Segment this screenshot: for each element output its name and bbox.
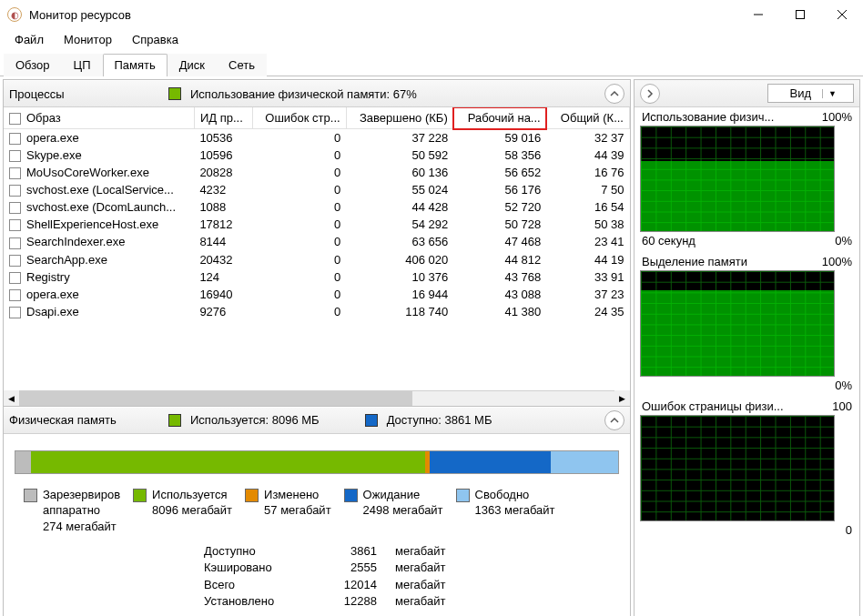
legend-item: Ожидание2498 мегабайт (344, 487, 443, 535)
col-faults[interactable]: Ошибок стр... (253, 107, 346, 129)
process-table: Образ ИД пр... Ошибок стр... Завершено (… (4, 107, 630, 320)
row-checkbox[interactable] (9, 150, 21, 162)
col-workingset[interactable]: Рабочий на... (453, 107, 546, 129)
col-image[interactable]: Образ (4, 107, 194, 129)
row-checkbox[interactable] (9, 219, 21, 231)
minimize-button[interactable] (737, 1, 779, 28)
table-row[interactable]: opera.exe10536037 22859 01632 37 (4, 129, 630, 147)
chart-block: Использование физич...100%60 секунд0% (635, 107, 859, 252)
physmem-header: Физическая память Используется: 8096 МБ … (4, 407, 630, 434)
stat-row: Всего12014мегабайт (204, 577, 630, 593)
table-row[interactable]: Registry124010 37643 76833 91 (4, 268, 630, 286)
menu-file[interactable]: Файл (5, 31, 53, 48)
col-commit[interactable]: Завершено (КБ) (346, 107, 453, 129)
row-checkbox[interactable] (9, 307, 21, 318)
usage-label: Использование физической памяти: 67% (190, 87, 595, 101)
table-row[interactable]: svchost.exe (LocalService...4232055 0245… (4, 181, 630, 198)
chart-scale-top: 100% (822, 110, 852, 124)
avail-label: Доступно: 3861 МБ (387, 413, 595, 427)
tab-memory[interactable]: Память (103, 54, 168, 76)
view-label: Вид (790, 86, 812, 100)
titlebar: ◐ Монитор ресурсов (0, 0, 863, 29)
scroll-left-button[interactable]: ◀ (4, 390, 19, 406)
row-checkbox[interactable] (9, 185, 21, 197)
chart-title: Ошибок страницы физи... (642, 399, 784, 413)
row-checkbox[interactable] (9, 289, 21, 301)
processes-title: Процессы (9, 87, 159, 101)
memory-stats: Доступно3861мегабайтКэшировано2555мегаба… (204, 543, 630, 610)
row-checkbox[interactable] (9, 272, 21, 284)
col-shared[interactable]: Общий (К... (546, 107, 629, 129)
right-topbar: Вид ▼ (635, 80, 859, 107)
scroll-thumb[interactable] (19, 391, 412, 406)
chart-scale-top: 100 (832, 399, 852, 413)
table-row[interactable]: opera.exe16940016 94443 08837 23 (4, 286, 630, 303)
tab-network[interactable]: Сеть (217, 54, 267, 76)
tab-overview[interactable]: Обзор (4, 54, 62, 76)
table-row[interactable]: svchost.exe (DcomLaunch...1088044 42852 … (4, 198, 630, 216)
table-row[interactable]: SearchIndexer.exe8144063 65647 46823 41 (4, 233, 630, 250)
legend-swatch (344, 489, 358, 502)
legend-swatch (24, 489, 37, 502)
row-checkbox[interactable] (9, 255, 21, 267)
tabstrip: Обзор ЦП Память Диск Сеть (0, 49, 863, 76)
table-row[interactable]: Dsapi.exe92760118 74041 38024 35 (4, 303, 630, 320)
chart-canvas (640, 126, 835, 232)
chevron-down-icon: ▼ (822, 89, 837, 98)
memory-segment (31, 451, 426, 473)
legend-item: Свободно1363 мегабайт (456, 487, 555, 535)
memory-segment (430, 451, 550, 473)
row-checkbox[interactable] (9, 133, 21, 145)
app-icon: ◐ (7, 7, 22, 22)
chart-scale-bottom: 0% (835, 234, 852, 247)
table-row[interactable]: Skype.exe10596050 59258 35644 39 (4, 146, 630, 164)
collapse-processes-button[interactable] (604, 84, 624, 104)
horizontal-scrollbar[interactable]: ◀ ▶ (4, 390, 630, 406)
table-row[interactable]: MoUsoCoreWorker.exe20828060 13656 65216 … (4, 164, 630, 181)
physmem-title: Физическая память (9, 413, 159, 427)
view-dropdown[interactable]: Вид ▼ (767, 84, 854, 103)
legend-item: Зарезервироваппаратно274 мегабайт (24, 487, 120, 535)
tab-cpu[interactable]: ЦП (62, 54, 103, 76)
chart-title: Выделение памяти (642, 255, 747, 268)
collapse-charts-button[interactable] (640, 84, 660, 104)
row-checkbox[interactable] (9, 167, 21, 179)
scroll-right-button[interactable]: ▶ (614, 390, 630, 406)
collapse-physmem-button[interactable] (604, 410, 624, 430)
legend-item: Изменено57 мегабайт (245, 487, 331, 535)
tab-disk[interactable]: Диск (168, 54, 217, 76)
legend-swatch (456, 489, 470, 502)
memory-legend: Зарезервироваппаратно274 мегабайтИспольз… (24, 487, 619, 537)
used-label: Используется: 8096 МБ (190, 413, 320, 427)
processes-header: Процессы Использование физической памяти… (4, 80, 630, 107)
window-title: Монитор ресурсов (29, 8, 737, 22)
row-checkbox[interactable] (9, 237, 21, 249)
chart-canvas (640, 270, 835, 377)
maximize-button[interactable] (779, 1, 821, 28)
chart-scale-top: 100% (822, 255, 852, 268)
select-all-checkbox[interactable] (9, 113, 21, 125)
stat-row: Доступно3861мегабайт (204, 543, 630, 560)
chart-footer-left: 60 секунд (642, 234, 695, 247)
stat-row: Установлено12288мегабайт (204, 593, 630, 610)
legend-item: Используется8096 мегабайт (133, 487, 232, 535)
menu-monitor[interactable]: Монитор (55, 31, 121, 48)
legend-swatch (133, 489, 147, 502)
menu-help[interactable]: Справка (123, 31, 188, 48)
row-checkbox[interactable] (9, 202, 21, 214)
memory-bar (15, 450, 619, 474)
usage-indicator-icon (168, 87, 181, 100)
avail-indicator-icon (365, 414, 378, 427)
col-pid[interactable]: ИД пр... (194, 107, 252, 129)
menubar: Файл Монитор Справка (0, 29, 863, 49)
memory-segment (15, 451, 31, 473)
svg-rect-1 (797, 11, 805, 19)
table-row[interactable]: ShellExperienceHost.exe17812054 29250 72… (4, 216, 630, 233)
used-indicator-icon (168, 414, 181, 427)
table-row[interactable]: SearchApp.exe204320406 02044 81244 19 (4, 251, 630, 268)
stat-row: Кэшировано2555мегабайт (204, 560, 630, 576)
process-table-scroll[interactable]: Образ ИД пр... Ошибок стр... Завершено (… (4, 107, 630, 390)
close-button[interactable] (821, 1, 863, 28)
chart-block: Ошибок страницы физи...1000 (635, 397, 859, 541)
memory-segment (551, 451, 618, 473)
